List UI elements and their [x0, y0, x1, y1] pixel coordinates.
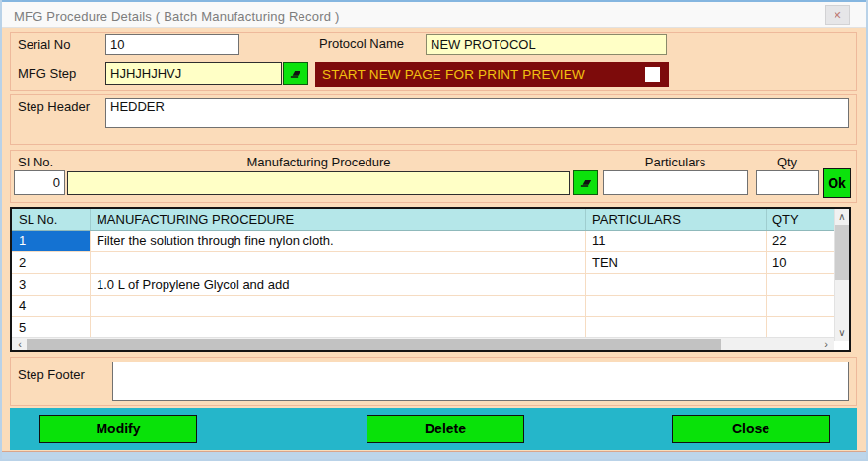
row-qty-cell[interactable] — [767, 317, 834, 338]
scroll-right-icon[interactable]: › — [819, 338, 833, 351]
ok-button[interactable]: Ok — [823, 168, 851, 198]
row-qty-cell[interactable]: 22 — [767, 230, 834, 251]
row-qty-cell[interactable]: 10 — [767, 252, 834, 273]
delete-button[interactable]: Delete — [367, 415, 524, 443]
print-preview-banner: START NEW PAGE FOR PRINT PREVIEW — [315, 62, 669, 87]
serial-no-input[interactable] — [105, 34, 239, 55]
step-header-label: Step Header — [18, 99, 90, 114]
entry-procedure-lookup-button[interactable] — [573, 170, 598, 195]
mfg-step-lookup-button[interactable] — [283, 62, 308, 85]
row-procedure-cell[interactable] — [91, 317, 586, 338]
table-row[interactable]: 3 1.0 L of Propylene Glycol and add — [12, 274, 849, 296]
protocol-name-input[interactable] — [426, 34, 667, 55]
row-qty-cell[interactable] — [767, 296, 834, 316]
entry-particulars-input[interactable] — [603, 170, 748, 195]
titlebar: MFG Procedure Details ( Batch Manufactur… — [2, 0, 866, 28]
close-icon[interactable]: ✕ — [825, 5, 850, 25]
row-particulars-cell[interactable] — [586, 296, 767, 316]
procedure-grid: SL No. MANUFACTURING PROCEDURE PARTICULA… — [10, 207, 851, 352]
table-row[interactable]: 4 — [12, 296, 849, 317]
printer-icon — [578, 177, 594, 189]
grid-header-sl: SL No. — [12, 209, 91, 230]
print-preview-banner-label: START NEW PAGE FOR PRINT PREVIEW — [322, 67, 585, 82]
row-sl-cell[interactable]: 5 — [12, 317, 91, 338]
row-particulars-cell[interactable]: TEN — [586, 252, 767, 273]
serial-no-label: Serial No — [18, 37, 70, 52]
window-title: MFG Procedure Details ( Batch Manufactur… — [14, 9, 339, 24]
row-procedure-cell[interactable] — [91, 296, 586, 316]
window-frame-bottom — [2, 451, 866, 459]
row-sl-cell[interactable]: 1 — [12, 230, 91, 251]
print-preview-checkbox[interactable] — [645, 67, 660, 82]
horizontal-scrollbar[interactable]: ‹ › — [12, 337, 834, 350]
vertical-scrollbar[interactable]: ∧ ∨ — [834, 209, 849, 341]
row-sl-cell[interactable]: 4 — [12, 296, 91, 316]
mfg-step-label: MFG Step — [18, 66, 76, 81]
grid-header-qty: QTY — [767, 209, 834, 230]
entry-sl-no-label: SI No. — [18, 155, 53, 169]
row-qty-cell[interactable] — [767, 274, 834, 295]
row-procedure-cell[interactable]: Filter the solution through fine nylon c… — [91, 230, 586, 251]
table-row[interactable]: 2 TEN 10 — [12, 252, 849, 274]
mfg-procedure-details-window: MFG Procedure Details ( Batch Manufactur… — [0, 0, 868, 461]
scroll-up-icon[interactable]: ∧ — [835, 210, 850, 224]
horizontal-scroll-thumb[interactable] — [27, 339, 721, 350]
close-button[interactable]: Close — [672, 415, 830, 443]
scroll-down-icon[interactable]: ∨ — [835, 326, 850, 340]
entry-sl-no-input[interactable] — [14, 170, 65, 195]
protocol-name-label: Protocol Name — [319, 36, 404, 51]
table-row[interactable]: 5 — [12, 317, 849, 339]
grid-header-procedure: MANUFACTURING PROCEDURE — [91, 209, 586, 230]
table-row[interactable]: 1 Filter the solution through fine nylon… — [12, 230, 849, 252]
row-particulars-cell[interactable] — [586, 317, 767, 338]
entry-procedure-label: Manufacturing Procedure — [67, 155, 570, 169]
grid-header-row: SL No. MANUFACTURING PROCEDURE PARTICULA… — [12, 209, 849, 230]
vertical-scroll-thumb[interactable] — [835, 225, 849, 280]
step-footer-label: Step Footer — [18, 367, 85, 382]
entry-particulars-label: Particulars — [603, 155, 748, 169]
modify-button[interactable]: Modify — [39, 415, 197, 443]
step-header-input[interactable] — [105, 98, 849, 128]
row-procedure-cell[interactable]: 1.0 L of Propylene Glycol and add — [91, 274, 586, 295]
row-sl-cell[interactable]: 3 — [12, 274, 91, 295]
scroll-left-icon[interactable]: ‹ — [13, 338, 27, 351]
row-particulars-cell[interactable] — [586, 274, 767, 295]
entry-qty-input[interactable] — [756, 170, 819, 195]
row-sl-cell[interactable]: 2 — [12, 252, 91, 273]
row-procedure-cell[interactable] — [91, 252, 586, 273]
row-particulars-cell[interactable]: 11 — [586, 230, 767, 251]
grid-header-particulars: PARTICULARS — [586, 209, 767, 230]
entry-qty-label: Qty — [756, 155, 819, 169]
action-bar: Modify Delete Close — [10, 408, 857, 450]
entry-procedure-input[interactable] — [67, 171, 570, 195]
step-footer-input[interactable] — [112, 362, 849, 401]
printer-icon — [288, 68, 303, 80]
mfg-step-input[interactable] — [105, 62, 282, 85]
